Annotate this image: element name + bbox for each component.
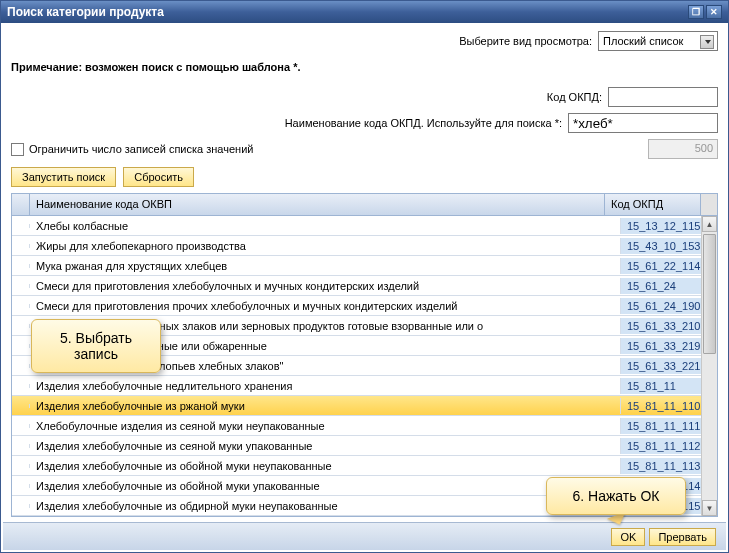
name-input[interactable] — [568, 113, 718, 133]
th-scroll-spacer — [701, 194, 717, 215]
callout-select-record: 5. Выбрать запись — [31, 319, 161, 373]
content-area: Выберите вид просмотра: Плоский список П… — [1, 23, 728, 525]
name-cell: Изделия хлебобулочные из сеяной муки упа… — [30, 438, 621, 454]
expand-cell — [12, 484, 30, 488]
th-code[interactable]: Код ОКПД — [605, 194, 701, 215]
view-select-value: Плоский список — [603, 35, 683, 47]
name-cell: Изделия хлебобулочные из обдирной муки н… — [30, 498, 621, 514]
code-row: Код ОКПД: — [11, 87, 718, 107]
table-row[interactable]: Изделия хлебобулочные из обойной муки не… — [12, 456, 717, 476]
code-input[interactable] — [608, 87, 718, 107]
name-cell: Изделия хлебобулочные из обойной муки не… — [30, 458, 621, 474]
callout-press-ok: 6. Нажать ОК — [546, 477, 686, 515]
expand-cell — [12, 344, 30, 348]
expand-cell — [12, 504, 30, 508]
expand-cell — [12, 224, 30, 228]
name-cell: Изделия хлебобулочные из обойной муки уп… — [30, 478, 621, 494]
ok-button[interactable]: OK — [611, 528, 645, 546]
cancel-button[interactable]: Прервать — [649, 528, 716, 546]
titlebar: Поиск категории продукта ❐ ✕ — [1, 1, 728, 23]
expand-cell — [12, 424, 30, 428]
expand-cell — [12, 444, 30, 448]
table-row[interactable]: Смеси для приготовления прочих хлебобуло… — [12, 296, 717, 316]
expand-cell — [12, 404, 30, 408]
expand-cell — [12, 284, 30, 288]
note-text: Примечание: возможен поиск с помощью шаб… — [11, 61, 718, 73]
name-cell: Смеси для приготовления хлебобулочных и … — [30, 278, 621, 294]
limit-value: 500 — [648, 139, 718, 159]
view-row: Выберите вид просмотра: Плоский список — [11, 31, 718, 51]
expand-cell — [12, 264, 30, 268]
table-row[interactable]: Хлебобулочные изделия из сеяной муки неу… — [12, 416, 717, 436]
th-name[interactable]: Наименование кода ОКВП — [30, 194, 605, 215]
name-row: Наименование кода ОКПД. Используйте для … — [11, 113, 718, 133]
restore-button[interactable]: ❐ — [688, 5, 704, 19]
close-button[interactable]: ✕ — [706, 5, 722, 19]
name-label: Наименование кода ОКПД. Используйте для … — [285, 117, 562, 129]
expand-cell — [12, 304, 30, 308]
callout-text: 6. Нажать ОК — [573, 488, 660, 504]
limit-row: Ограничить число записей списка значений… — [11, 139, 718, 159]
expand-cell — [12, 384, 30, 388]
scroll-up-button[interactable]: ▲ — [702, 216, 717, 232]
expand-cell — [12, 464, 30, 468]
name-cell: Хлебы колбасные — [30, 218, 621, 234]
expand-cell — [12, 364, 30, 368]
limit-label: Ограничить число записей списка значений — [29, 143, 253, 155]
table-row[interactable]: Жиры для хлебопекарного производства15_4… — [12, 236, 717, 256]
name-cell: Хлебобулочные изделия из сеяной муки неу… — [30, 418, 621, 434]
expand-cell — [12, 324, 30, 328]
footer-bar: OK Прервать — [3, 522, 726, 550]
name-cell: Смеси для приготовления прочих хлебобуло… — [30, 298, 621, 314]
name-cell: Мука ржаная для хрустящих хлебцев — [30, 258, 621, 274]
table-header: Наименование кода ОКВП Код ОКПД — [12, 194, 717, 216]
reset-button[interactable]: Сбросить — [123, 167, 194, 187]
code-label: Код ОКПД: — [547, 91, 602, 103]
name-cell: Изделия хлебобулочные недлительного хран… — [30, 378, 621, 394]
dialog-window: Поиск категории продукта ❐ ✕ Выберите ви… — [0, 0, 729, 553]
run-search-button[interactable]: Запустить поиск — [11, 167, 116, 187]
view-label: Выберите вид просмотра: — [459, 35, 592, 47]
table-row[interactable]: Изделия хлебобулочные из ржаной муки15_8… — [12, 396, 717, 416]
table-row[interactable]: Изделия хлебобулочные из сеяной муки упа… — [12, 436, 717, 456]
table-row[interactable]: Изделия хлебобулочные недлительного хран… — [12, 376, 717, 396]
button-row: Запустить поиск Сбросить — [11, 167, 718, 187]
table-row[interactable]: Хлебы колбасные15_13_12_115 — [12, 216, 717, 236]
name-cell: Изделия хлебобулочные из ржаной муки — [30, 398, 621, 414]
scroll-thumb[interactable] — [703, 234, 716, 354]
callout-line: 5. Выбрать — [46, 330, 146, 346]
window-title: Поиск категории продукта — [7, 5, 686, 19]
table-row[interactable]: Смеси для приготовления хлебобулочных и … — [12, 276, 717, 296]
th-expand — [12, 194, 30, 215]
scroll-down-button[interactable]: ▼ — [702, 500, 717, 516]
name-cell: Жиры для хлебопекарного производства — [30, 238, 621, 254]
callout-line: запись — [46, 346, 146, 362]
view-select[interactable]: Плоский список — [598, 31, 718, 51]
vertical-scrollbar[interactable]: ▲ ▼ — [701, 216, 717, 516]
table-row[interactable]: Мука ржаная для хрустящих хлебцев15_61_2… — [12, 256, 717, 276]
expand-cell — [12, 244, 30, 248]
limit-checkbox[interactable] — [11, 143, 24, 156]
